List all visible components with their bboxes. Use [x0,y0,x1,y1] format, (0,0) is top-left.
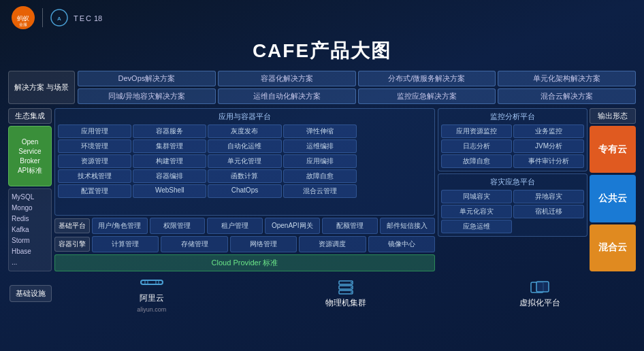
app-platform-title: 应用与容器平台 [58,112,432,122]
output-label: 输出形态 [590,108,636,124]
m-fault: 故障自愈 [441,154,512,168]
p-auto-ops: 自动化运维 [208,139,281,153]
infra-aliyun: 阿里云 aliyun.com [57,274,246,313]
base-platform-row: 基础平台 用户/角色管理 权限管理 租户管理 OpenAPI网关 配额管理 邮件… [54,218,435,234]
infra-row: 基础设施 阿里云 aliyun.com 物理机集群 [8,274,636,313]
solution-grid: DevOps解决方案 容器化解决方案 分布式/微服务解决方案 单元化架构解决方案… [78,71,636,104]
tech-kafka: Kafka [12,224,48,235]
monitor-title: 监控分析平台 [441,112,584,122]
ant-financial-logo: 蚂蚁 金服 [11,5,35,30]
app-platform-grid: 应用管理 容器服务 灰度发布 弹性伸缩 环境管理 集群管理 自动化运维 运维编排… [58,124,432,198]
p-app-mgmt: 应用管理 [58,124,131,138]
cloud-provider-bar: Cloud Provider 标准 [54,254,435,271]
d-migrate: 宿机迁移 [513,205,584,218]
ce-resource: 资源调度 [299,236,366,252]
sol-disaster: 同城/异地容灾解决方案 [78,88,216,104]
m-app-monitor: 应用资源监控 [441,124,512,138]
base-quota: 配额管理 [322,218,378,234]
svg-rect-17 [536,282,549,292]
infra-physical: 物理机集群 [251,279,440,309]
disaster-grid: 同城容灾 异地容灾 单元化容灾 宿机迁移 应急运维 [441,190,584,233]
p-fault-recover: 故障自愈 [283,169,357,183]
p-webshell: WebShell [133,184,206,198]
sol-unit: 单元化架构解决方案 [498,71,636,86]
svg-text:18: 18 [94,14,102,22]
monitor-grid: 应用资源监控 业务监控 日志分析 JVM分析 故障自愈 事件审计分析 [441,124,584,168]
p-resource-mgmt: 资源管理 [58,154,131,168]
base-openapi: OpenAPI网关 [265,218,321,234]
solution-row: 解决方案 与场景 DevOps解决方案 容器化解决方案 分布式/微服务解决方案 … [8,71,636,104]
open-service-text: Open Service Broker API标准 [18,137,42,176]
tech-mongo: Mongo [12,203,48,214]
tech-mysql: MySQL [12,192,48,203]
p-empty1 [358,124,432,138]
base-platform-label: 基础平台 [54,218,90,233]
virtual-name: 虚拟化平台 [519,297,560,309]
d-same-city: 同城容灾 [441,190,512,203]
svg-text:TEC: TEC [74,14,93,22]
public-cloud-btn[interactable]: 公共云 [590,175,636,222]
p-container-svc: 容器服务 [133,124,206,138]
tech-items: MySQL Mongo Redis Kafka Storm Hbase ... [8,188,52,271]
infra-virtual: 虚拟化平台 [446,279,634,309]
ce-storage: 存储管理 [161,236,227,252]
p-gray-release: 灰度发布 [208,124,281,138]
atec-logo: A TEC 18 [50,8,104,27]
left-sidebar: 生态集成 Open Service Broker API标准 MySQL Mon… [8,108,52,271]
header-divider [42,8,43,27]
d-unit: 单元化容灾 [441,205,512,218]
sol-hybrid: 混合云解决方案 [498,88,636,104]
p-config-mgmt: 配置管理 [58,184,131,198]
tech-hbase: Hbase [12,246,48,257]
m-log: 日志分析 [441,139,512,153]
virtual-platform-icon [528,279,552,295]
open-service-box: Open Service Broker API标准 [8,126,52,186]
svg-text:金服: 金服 [19,22,27,27]
p-function: 函数计算 [208,169,281,183]
physical-server-icon [334,279,358,295]
base-user-role: 用户/角色管理 [92,218,148,234]
p-container-arrange: 容器编排 [133,169,206,183]
p-empty5 [358,184,432,198]
p-chatops: ChatOps [208,184,281,198]
physical-name: 物理机集群 [325,297,366,309]
p-hybrid-cloud-mgmt: 混合云管理 [283,184,357,198]
base-email: 邮件短信接入 [380,218,436,234]
solution-row-1: DevOps解决方案 容器化解决方案 分布式/微服务解决方案 单元化架构解决方案 [78,71,636,86]
p-ops-arrange: 运维编排 [283,139,357,153]
m-jvm: JVM分析 [513,139,584,153]
hybrid-cloud-btn[interactable]: 混合云 [590,224,636,271]
d-empty [513,220,584,233]
disaster-section: 容灾应急平台 同城容灾 异地容灾 单元化容灾 宿机迁移 应急运维 [438,173,587,237]
tech-storm: Storm [12,235,48,246]
ce-mirror: 镜像中心 [368,236,435,252]
sol-microservice: 分布式/微服务解决方案 [358,71,496,86]
right-filler [438,239,587,271]
filler-1 [438,239,587,248]
sol-container: 容器化解决方案 [218,71,356,86]
p-cluster-mgmt: 集群管理 [133,139,206,153]
main-title: CAFE产品大图 [0,35,644,71]
disaster-title: 容灾应急平台 [441,177,584,187]
p-build-mgmt: 构建管理 [133,154,206,168]
ce-compute: 计算管理 [92,236,159,252]
p-app-arrange: 应用编排 [283,154,357,168]
p-empty4 [358,169,432,183]
svg-point-14 [351,286,352,288]
right-panels: 监控分析平台 应用资源监控 业务监控 日志分析 JVM分析 故障自愈 事件审计分… [438,108,587,271]
sol-devops: DevOps解决方案 [78,71,216,86]
app-platform-section: 应用与容器平台 应用管理 容器服务 灰度发布 弹性伸缩 环境管理 集群管理 自动… [54,108,435,216]
sol-monitor: 监控应急解决方案 [358,88,496,104]
header: 蚂蚁 金服 A TEC 18 [0,0,644,35]
m-audit: 事件审计分析 [513,154,584,168]
svg-point-13 [351,282,352,283]
base-permission: 权限管理 [150,218,206,234]
tech-redis: Redis [12,214,48,224]
solution-label: 解决方案 与场景 [8,71,75,104]
infra-label: 基础设施 [10,285,52,302]
private-cloud-btn[interactable]: 专有云 [590,126,636,173]
aliyun-icon [140,274,164,290]
aliyun-name: 阿里云 [140,292,164,304]
ecosystem-label: 生态集成 [8,108,52,124]
svg-point-15 [351,291,352,292]
